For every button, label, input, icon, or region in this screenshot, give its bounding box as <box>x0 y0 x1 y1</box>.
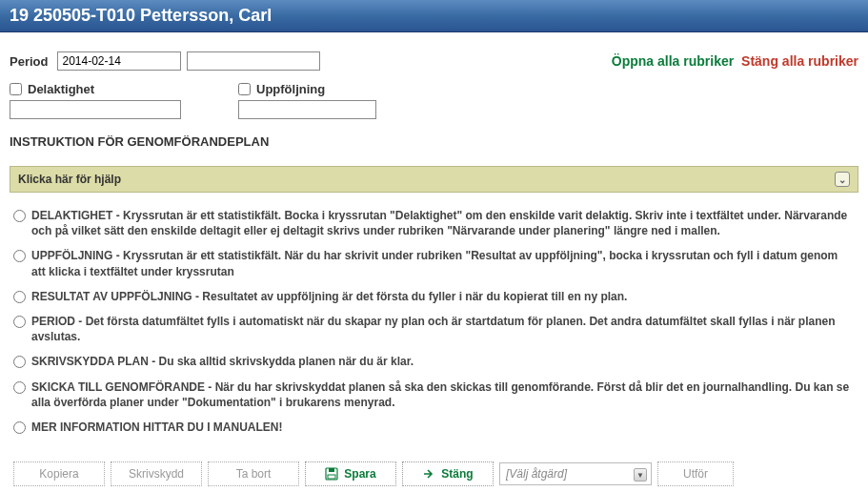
skrivskydd-button[interactable]: Skrivskydd <box>111 461 202 486</box>
uppfoljning-group: Uppföljning <box>238 82 376 119</box>
action-bar: Kopiera Skrivskydd Ta bort Spara Stäng [… <box>10 444 858 492</box>
action-select[interactable]: [Välj åtgärd] ▼ <box>499 462 652 485</box>
svg-rect-2 <box>328 475 335 479</box>
main-content: Period Öppna alla rubriker Stäng alla ru… <box>0 32 868 492</box>
checkbox-row: Delaktighet Uppföljning <box>10 78 858 127</box>
spara-button[interactable]: Spara <box>305 461 396 486</box>
svg-rect-1 <box>329 468 334 472</box>
instruction-list: DELAKTIGHET - Kryssrutan är ett statisti… <box>10 208 858 435</box>
list-item: DELAKTIGHET - Kryssrutan är ett statisti… <box>13 208 855 238</box>
period-date-input[interactable] <box>57 51 181 71</box>
period-extra-input[interactable] <box>187 51 320 71</box>
tabort-button[interactable]: Ta bort <box>208 461 299 486</box>
page-title: 19 250505-T010 Pettersson, Carl <box>10 6 272 25</box>
open-all-link[interactable]: Öppna alla rubriker <box>612 53 734 69</box>
instruction-radio-4[interactable] <box>13 316 26 328</box>
delaktighet-group: Delaktighet <box>10 82 181 119</box>
help-bar[interactable]: Klicka här för hjälp ⌄ <box>10 166 858 193</box>
list-item: MER INFORMATION HITTAR DU I MANUALEN! <box>13 420 855 435</box>
uppfoljning-checkbox[interactable] <box>238 83 251 95</box>
instruction-text: SKRIVSKYDDA PLAN - Du ska alltid skrivsk… <box>31 354 414 369</box>
instruction-radio-6[interactable] <box>13 381 26 394</box>
arrow-right-icon <box>422 467 435 481</box>
instruction-text: UPPFÖLJNING - Kryssrutan är ett statisti… <box>31 248 855 278</box>
instruction-radio-2[interactable] <box>13 250 26 262</box>
stang-label: Stäng <box>441 467 473 481</box>
instruction-radio-1[interactable] <box>13 210 26 222</box>
action-select-value: [Välj åtgärd] <box>506 467 567 481</box>
instruction-text: PERIOD - Det första datumfältet fylls i … <box>31 314 855 344</box>
delaktighet-label: Delaktighet <box>28 82 94 96</box>
instruction-heading: INSTRUKTION FÖR GENOMFÖRANDEPLAN <box>10 127 858 162</box>
close-all-link[interactable]: Stäng alla rubriker <box>741 53 858 69</box>
list-item: UPPFÖLJNING - Kryssrutan är ett statisti… <box>13 248 855 278</box>
uppfoljning-input[interactable] <box>238 100 376 119</box>
instruction-text: RESULTAT AV UPPFÖLJNING - Resultatet av … <box>31 289 627 304</box>
instruction-text: DELAKTIGHET - Kryssrutan är ett statisti… <box>31 208 855 238</box>
rubric-links: Öppna alla rubriker Stäng alla rubriker <box>612 53 858 69</box>
instruction-radio-5[interactable] <box>13 356 26 368</box>
expand-icon: ⌄ <box>835 172 850 187</box>
chevron-down-icon: ▼ <box>634 468 647 482</box>
spara-label: Spara <box>344 467 375 481</box>
page-header: 19 250505-T010 Pettersson, Carl <box>0 0 868 32</box>
kopiera-button[interactable]: Kopiera <box>13 461 105 486</box>
delaktighet-input[interactable] <box>10 100 181 119</box>
save-icon <box>325 467 338 481</box>
instruction-radio-3[interactable] <box>13 291 26 303</box>
instruction-text: MER INFORMATION HITTAR DU I MANUALEN! <box>31 420 283 435</box>
list-item: SKICKA TILL GENOMFÖRANDE - När du har sk… <box>13 379 855 410</box>
list-item: PERIOD - Det första datumfältet fylls i … <box>13 314 855 344</box>
list-item: SKRIVSKYDDA PLAN - Du ska alltid skrivsk… <box>13 354 855 369</box>
period-label: Period <box>10 54 48 69</box>
uppfoljning-label: Uppföljning <box>256 82 325 96</box>
instruction-radio-7[interactable] <box>13 421 26 434</box>
instruction-text: SKICKA TILL GENOMFÖRANDE - När du har sk… <box>31 379 855 410</box>
help-bar-text: Klicka här för hjälp <box>18 173 121 186</box>
period-row: Period Öppna alla rubriker Stäng alla ru… <box>10 42 858 78</box>
utfor-button[interactable]: Utför <box>657 461 734 486</box>
list-item: RESULTAT AV UPPFÖLJNING - Resultatet av … <box>13 289 855 304</box>
delaktighet-checkbox[interactable] <box>10 83 22 95</box>
stang-button[interactable]: Stäng <box>402 461 494 486</box>
